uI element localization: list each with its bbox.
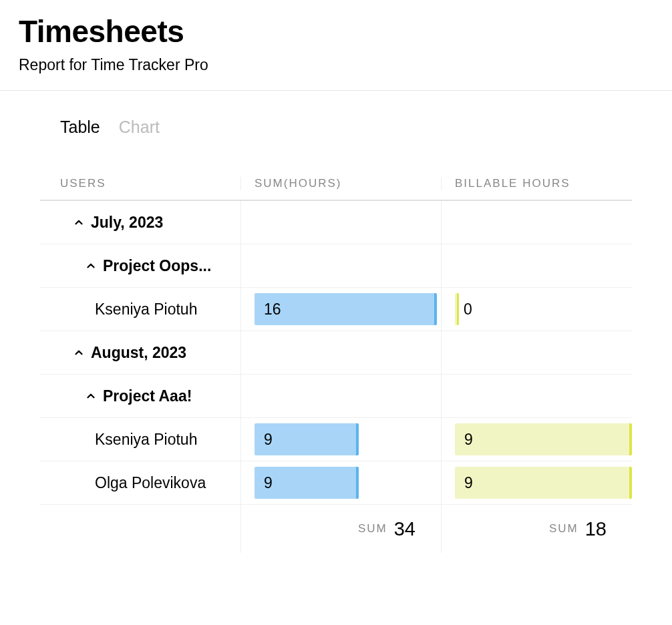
column-header-sum-hours[interactable]: SUM(HOURS) [255,177,342,190]
billable-hours-value: 9 [464,474,473,492]
table-header-row: USERS SUM(HOURS) BILLABLE HOURS [40,177,632,201]
user-name: Kseniya Piotuh [60,431,240,449]
chevron-up-icon [72,346,86,359]
group-row-project[interactable]: Project Oops... [40,244,632,288]
page-subtitle: Report for Time Tracker Pro [19,56,653,74]
sum-label: SUM [358,522,387,536]
page-title: Timesheets [19,13,653,49]
column-header-users[interactable]: USERS [60,177,106,190]
sum-hours-value: 16 [264,300,281,319]
sum-hours-value: 9 [264,474,273,492]
sum-hours-bar: 9 [255,423,441,455]
sum-hours-bar: 9 [255,467,441,499]
billable-hours-bar: 9 [455,467,632,499]
sum-total-billable: 18 [585,518,607,540]
group-label: July, 2023 [91,214,163,232]
chevron-up-icon [84,259,98,272]
billable-hours-bar: 9 [455,423,632,455]
chevron-up-icon [72,216,86,229]
table-row: Kseniya Piotuh 16 0 [40,288,632,331]
group-label: Project Aaa! [103,387,192,405]
tab-table[interactable]: Table [60,118,100,137]
timesheet-table: USERS SUM(HOURS) BILLABLE HOURS July, 20… [40,177,632,553]
user-name: Olga Polevikova [60,474,240,492]
column-header-billable-hours[interactable]: BILLABLE HOURS [455,177,570,190]
user-name: Kseniya Piotuh [60,300,240,319]
tab-chart[interactable]: Chart [119,118,160,137]
content-area: Table Chart USERS SUM(HOURS) BILLABLE HO… [0,91,672,573]
group-label: August, 2023 [91,344,186,362]
billable-hours-value: 0 [464,300,472,319]
sum-hours-bar: 16 [255,293,441,325]
view-tabs: Table Chart [40,118,632,137]
group-row-month[interactable]: August, 2023 [40,331,632,375]
table-row: Olga Polevikova 9 9 [40,461,632,505]
page-header: Timesheets Report for Time Tracker Pro [0,0,672,91]
billable-hours-value: 9 [464,431,473,449]
group-row-project[interactable]: Project Aaa! [40,375,632,418]
group-label: Project Oops... [103,257,211,275]
billable-hours-bar: 0 [455,293,632,325]
table-row: Kseniya Piotuh 9 9 [40,418,632,461]
sum-total-hours: 34 [394,518,415,540]
sum-label: SUM [549,522,578,536]
sum-hours-value: 9 [264,431,273,449]
totals-row: SUM 34 SUM 18 [40,505,632,553]
chevron-up-icon [84,389,98,403]
group-row-month[interactable]: July, 2023 [40,201,632,244]
